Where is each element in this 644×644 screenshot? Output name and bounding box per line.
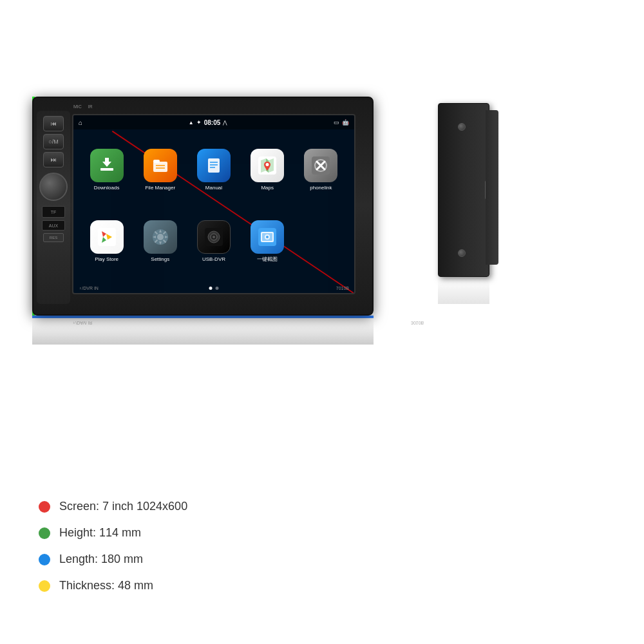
main-container: ⏮ ○/M ⏭ TF AUX RES ⌂ ▲ ✦ 08:0 bbox=[0, 0, 644, 644]
status-center: ▲ ✦ 08:05 ⋀ bbox=[189, 119, 228, 126]
aux-port: AUX bbox=[42, 220, 65, 231]
app-grid: Downloads File Manager bbox=[73, 131, 354, 280]
app-settings[interactable]: Settings bbox=[137, 209, 184, 274]
svg-point-14 bbox=[266, 163, 269, 166]
reflection-model: 3010B bbox=[411, 321, 424, 325]
svg-point-24 bbox=[157, 234, 164, 240]
dot-2 bbox=[216, 287, 219, 290]
play-store-label: Play Store bbox=[95, 256, 118, 263]
page-indicators bbox=[209, 287, 219, 290]
phonelink-icon bbox=[304, 149, 337, 182]
svg-rect-7 bbox=[208, 158, 220, 173]
spec-dot-blue bbox=[39, 554, 50, 565]
radio-front: ⏮ ○/M ⏭ TF AUX RES ⌂ ▲ ✦ 08:0 bbox=[32, 97, 374, 316]
settings-label: Settings bbox=[151, 256, 169, 263]
maps-icon bbox=[251, 149, 284, 182]
usb-dvr-label: USB-DVR bbox=[202, 256, 225, 263]
specs-section: Screen: 7 inch 1024x600 Height: 114 mm L… bbox=[39, 500, 187, 592]
left-controls: ⏮ ○/M ⏭ TF AUX RES bbox=[37, 111, 70, 304]
spec-screen: Screen: 7 inch 1024x600 bbox=[39, 500, 187, 513]
next-button[interactable]: ⏭ bbox=[43, 152, 64, 167]
prev-button[interactable]: ⏮ bbox=[43, 116, 64, 131]
app-play-store[interactable]: Play Store bbox=[83, 209, 130, 274]
usb-dvr-icon bbox=[197, 220, 231, 254]
app-manual[interactable]: Manual bbox=[190, 138, 237, 203]
radio-side-view bbox=[438, 103, 489, 303]
signal-icon: ▲ bbox=[189, 120, 194, 126]
status-left: ⌂ bbox=[79, 119, 82, 126]
play-store-icon bbox=[90, 220, 124, 254]
window-icon: ▭ bbox=[334, 119, 339, 126]
side-connector bbox=[486, 110, 498, 265]
dvr-in-label: ♀/DVR IN bbox=[79, 286, 99, 290]
model-label: 7010B bbox=[336, 286, 349, 290]
spec-length-text: Length: 180 mm bbox=[59, 553, 143, 566]
downloads-icon bbox=[90, 149, 124, 182]
spec-length: Length: 180 mm bbox=[39, 553, 187, 566]
side-body bbox=[438, 103, 489, 277]
app-maps[interactable]: Maps bbox=[244, 138, 291, 203]
mic-ir-label: MIC IR bbox=[73, 104, 93, 109]
bluetooth-icon: ✦ bbox=[196, 119, 202, 126]
volume-knob[interactable] bbox=[39, 173, 68, 201]
screw-top bbox=[458, 123, 466, 131]
side-reflection bbox=[438, 278, 489, 304]
settings-icon bbox=[144, 220, 177, 254]
screw-bottom bbox=[458, 249, 466, 257]
file-manager-icon bbox=[144, 149, 177, 182]
spec-height: Height: 114 mm bbox=[39, 526, 187, 540]
file-manager-label: File Manager bbox=[145, 185, 175, 191]
mode-button[interactable]: ○/M bbox=[43, 134, 64, 149]
downloads-label: Downloads bbox=[94, 185, 120, 191]
status-right: ▭ 🤖 bbox=[334, 119, 349, 126]
spec-dot-green bbox=[39, 527, 50, 539]
maps-label: Maps bbox=[261, 185, 274, 191]
spec-thickness: Thickness: 48 mm bbox=[39, 579, 187, 592]
dot-1 bbox=[209, 287, 213, 290]
svg-point-28 bbox=[213, 236, 215, 238]
svg-rect-17 bbox=[98, 228, 116, 246]
arrows-icon: ⋀ bbox=[223, 120, 227, 126]
android-icon: 🤖 bbox=[342, 119, 349, 126]
tf-slot[interactable]: TF bbox=[42, 206, 65, 218]
svg-marker-2 bbox=[102, 158, 111, 167]
app-file-manager[interactable]: File Manager bbox=[137, 138, 184, 203]
home-icon: ⌂ bbox=[79, 119, 82, 126]
screenshot-icon bbox=[251, 220, 284, 254]
manual-icon bbox=[197, 149, 231, 182]
svg-point-33 bbox=[266, 236, 269, 238]
phonelink-label: phonelink bbox=[310, 185, 332, 191]
svg-rect-1 bbox=[100, 168, 113, 171]
status-bar: ⌂ ▲ ✦ 08:05 ⋀ ▭ 🤖 bbox=[73, 115, 354, 129]
res-button[interactable]: RES bbox=[43, 233, 64, 242]
radio-unit: ⏮ ○/M ⏭ TF AUX RES ⌂ ▲ ✦ 08:0 bbox=[32, 97, 431, 341]
app-screenshot[interactable]: 一键截图 bbox=[244, 209, 291, 274]
app-phonelink[interactable]: phonelink bbox=[298, 138, 345, 203]
screenshot-label: 一键截图 bbox=[257, 256, 278, 263]
spec-height-text: Height: 114 mm bbox=[59, 526, 141, 540]
app-usb-dvr[interactable]: USB-DVR bbox=[190, 209, 237, 274]
manual-label: Manual bbox=[205, 185, 222, 191]
spec-dot-yellow bbox=[39, 580, 50, 592]
spec-thickness-text: Thickness: 48 mm bbox=[59, 579, 153, 592]
app-downloads[interactable]: Downloads bbox=[83, 138, 130, 203]
time-display: 08:05 bbox=[204, 119, 221, 126]
spec-dot-red bbox=[39, 501, 50, 513]
spec-screen-text: Screen: 7 inch 1024x600 bbox=[59, 500, 187, 513]
svg-rect-4 bbox=[153, 160, 160, 163]
svg-rect-3 bbox=[153, 162, 167, 172]
reflection-dvr: ♀/DAVi IR bbox=[72, 321, 92, 325]
screen[interactable]: ⌂ ▲ ✦ 08:05 ⋀ ▭ 🤖 bbox=[72, 114, 355, 294]
